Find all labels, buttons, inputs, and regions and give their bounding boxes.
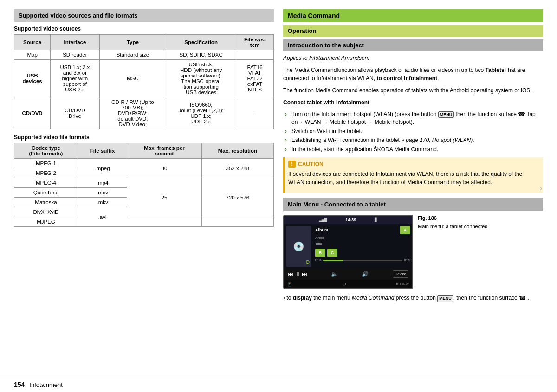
progress-row: 0:04 0:19	[315, 258, 410, 263]
battery-icon: ▊	[375, 217, 377, 223]
cell-codec: MJPEG	[14, 217, 78, 227]
paragraph-1: The Media Commandfunction allows playbac…	[283, 66, 543, 83]
progress-bar	[323, 260, 403, 261]
col-fps: Max. frames persecond	[127, 143, 201, 159]
display-instruction: › to display the main menu Media Command…	[283, 294, 543, 302]
formats-subheader: Supported video file formats	[14, 134, 274, 141]
fig-caption: Fig. 186 Main menu: a tablet connected	[418, 215, 487, 230]
cell-codec: MPEG-4	[14, 178, 78, 188]
time-start: 0:04	[315, 258, 322, 263]
cell-filesystem: FAT16VFATFAT32exFATNTFS	[236, 60, 274, 97]
phone-icon: ☎	[518, 111, 525, 117]
fig-number: Fig. 186	[418, 215, 487, 222]
cell-specification: USB stick;HDD (without anyspecial softwa…	[166, 60, 236, 97]
caution-icon: !	[288, 161, 296, 168]
cell-type: Standard size	[99, 50, 166, 60]
btn-c: C	[327, 249, 337, 257]
screen-time: 14:39	[345, 217, 356, 224]
forward-icon: ⏭	[302, 270, 307, 278]
device-label: Device	[393, 270, 408, 278]
cell-suffix: .mov	[78, 188, 127, 198]
phone-icon-2: ☎	[519, 295, 526, 301]
disk-icon: 💿	[293, 239, 304, 253]
cell-type: CD-R / RW (Up to700 MB);DVD±R/RW;default…	[99, 97, 166, 129]
operation-header: Operation	[283, 25, 543, 37]
cell-fps: 25	[127, 178, 201, 217]
cell-filesystem: -	[236, 97, 274, 129]
paragraph-2: The function Media Command enables opera…	[283, 86, 543, 95]
bullet-item: Establishing a Wi-Fi connection in the t…	[285, 136, 543, 144]
btn-a: A	[400, 226, 410, 234]
settings-icon: ⚙	[342, 281, 346, 288]
caution-title: ! CAUTION	[288, 160, 539, 168]
menu-button-label: MENU	[438, 111, 454, 118]
connect-bullets: Turn on the Infotainment hotspot (WLAN) …	[283, 110, 543, 154]
title-label: Title	[315, 241, 410, 247]
main-header-right: Media Command	[283, 9, 543, 22]
progress-fill	[323, 260, 343, 261]
connect-heading: Connect tablet with Infotainment	[283, 98, 543, 107]
vol-up-icon: 🔊	[362, 270, 369, 278]
page-number: 154	[14, 381, 25, 388]
cell-source: USBdevices	[14, 60, 51, 97]
album-row: Album A	[315, 226, 410, 234]
table-row: MJPEG	[14, 217, 274, 227]
col-resolution: Max. resolution	[201, 143, 273, 159]
rewind-icon: ⏮	[288, 270, 293, 278]
cell-resolution	[201, 217, 273, 227]
formats-table: Codec type(File formats) File suffix Max…	[14, 143, 274, 227]
sources-table: Source Interface Type Specification File…	[14, 34, 274, 129]
cell-type: MSC	[99, 60, 166, 97]
col-suffix: File suffix	[78, 143, 127, 159]
d-label: D	[306, 259, 310, 266]
cell-interface: USB 1.x; 2.xand 3.x orhigher withsupport…	[51, 60, 99, 97]
btns-row: B C	[315, 249, 410, 257]
cell-interface: CD/DVDDrive	[51, 97, 99, 129]
play-icon: ⏸	[295, 270, 300, 278]
table-row: USBdevices USB 1.x; 2.xand 3.x orhigher …	[14, 60, 274, 97]
cell-resolution: 720 x 576	[201, 178, 273, 217]
table-row: MPEG-1 .mpeg 30 352 x 288	[14, 159, 274, 168]
cell-suffix: .avi	[78, 207, 127, 227]
album-label: Album	[315, 227, 328, 234]
bullet-item: In the tablet, start the application ŠKO…	[285, 146, 543, 154]
sources-subheader: Supported video sources	[14, 26, 274, 32]
cell-codec: DivX; XviD	[14, 207, 78, 217]
cell-filesystem	[236, 50, 274, 60]
col-type: Type	[99, 35, 166, 50]
cell-suffix: .mpeg	[78, 159, 127, 178]
screen-bottom-bar: 📱 ⚙ BIT-0707	[284, 280, 412, 288]
next-page-arrow[interactable]: ›	[540, 184, 542, 193]
cell-specification: SD, SDHC, SDXC	[166, 50, 236, 60]
caution-box: ! CAUTION If several devices are connect…	[283, 157, 543, 193]
table-row: Map SD reader Standard size SD, SDHC, SD…	[14, 50, 274, 60]
cell-specification: ISO9660;Joliet (Level 1,2,3);UDF 1.x;UDF…	[166, 97, 236, 129]
screen-topbar: ▂▄▆ 14:39 ▊	[284, 216, 412, 224]
left-column: Supported video sources and file formats…	[14, 9, 274, 367]
intro-header: Introduction to the subject	[283, 39, 543, 51]
footer: 154 Infotainment	[0, 377, 557, 392]
menu-button-label-2: MENU	[437, 295, 453, 302]
artist-label: Artist	[315, 235, 410, 241]
cell-resolution: 352 x 288	[201, 159, 273, 178]
table-row: CD/DVD CD/DVDDrive CD-R / RW (Up to700 M…	[14, 97, 274, 129]
cell-codec: QuickTime	[14, 188, 78, 198]
cell-suffix: .mkv	[78, 198, 127, 207]
col-codec: Codec type(File formats)	[14, 143, 78, 159]
cell-codec: Matroska	[14, 198, 78, 207]
ctrl-buttons: ⏮ ⏸ ⏭	[288, 270, 307, 278]
cell-source: Map	[14, 50, 51, 60]
table-row: MPEG-4 .mp4 25 720 x 576	[14, 178, 274, 188]
col-filesystem: File sys-tem	[236, 35, 274, 50]
signal-icon: ▂▄▆	[319, 217, 327, 223]
time-end: 0:19	[404, 258, 410, 263]
screen-controls: ⏮ ⏸ ⏭ 🔈 🔊 Device	[284, 269, 412, 280]
right-column: Media Command Operation Introduction to …	[283, 9, 543, 367]
artist-title-area: Artist Title	[315, 235, 410, 247]
main-menu-header: Main Menu - Connected to a tablet	[283, 198, 543, 212]
screen-main: 💿 D Album A Artist	[284, 224, 412, 269]
device-image-container: ▂▄▆ 14:39 ▊ 💿 D	[283, 215, 543, 289]
fig-caption-text: Main menu: a tablet connected	[418, 223, 487, 230]
caution-label: CAUTION	[298, 160, 324, 168]
footer-title: Infotainment	[29, 381, 63, 388]
